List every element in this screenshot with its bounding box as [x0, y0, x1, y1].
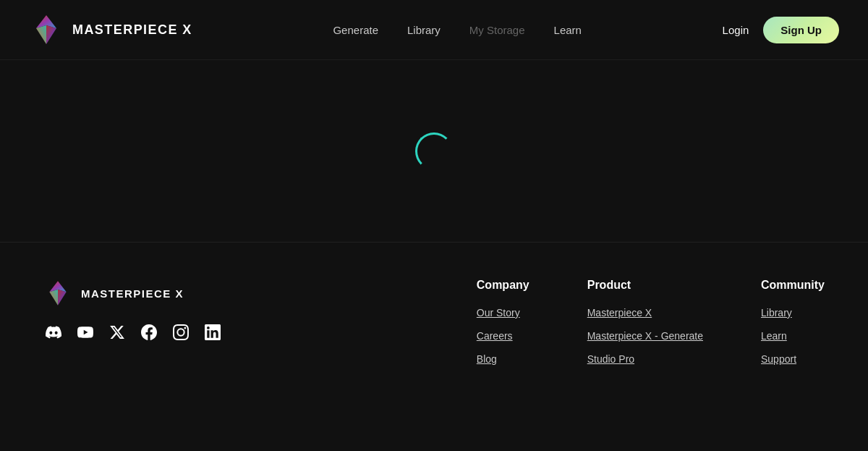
list-item: Support: [761, 353, 825, 366]
footer-community-links: Library Learn Support: [761, 306, 825, 366]
list-item: Careers: [477, 329, 529, 342]
header: MASTERPIECE X Generate Library My Storag…: [0, 0, 868, 60]
footer-company-heading: Company: [477, 279, 529, 292]
list-item: Our Story: [477, 306, 529, 319]
footer-link-masterpiece-x[interactable]: Masterpiece X: [587, 307, 652, 319]
facebook-icon[interactable]: [139, 322, 159, 342]
footer-columns: Company Our Story Careers Blog Product M…: [281, 279, 825, 366]
twitter-icon[interactable]: [107, 322, 127, 342]
header-actions: Login Sign Up: [723, 17, 839, 43]
list-item: Masterpiece X - Generate: [587, 329, 703, 342]
list-item: Blog: [477, 353, 529, 366]
header-brand: MASTERPIECE X: [29, 12, 192, 47]
footer-link-blog[interactable]: Blog: [477, 353, 497, 365]
footer-link-library[interactable]: Library: [761, 307, 792, 319]
footer-link-support[interactable]: Support: [761, 353, 796, 365]
list-item: Library: [761, 306, 825, 319]
footer-product-links: Masterpiece X Masterpiece X - Generate S…: [587, 306, 703, 366]
footer-community-heading: Community: [761, 279, 825, 292]
instagram-icon[interactable]: [171, 322, 191, 342]
discord-icon[interactable]: [43, 322, 64, 342]
footer-logo-icon: [43, 279, 72, 308]
footer-link-studio-pro[interactable]: Studio Pro: [587, 353, 634, 365]
footer: MASTERPIECE X: [0, 243, 868, 395]
list-item: Studio Pro: [587, 353, 703, 366]
footer-company-col: Company Our Story Careers Blog: [477, 279, 529, 366]
footer-community-col: Community Library Learn Support: [761, 279, 825, 366]
footer-link-careers[interactable]: Careers: [477, 330, 513, 342]
nav-library[interactable]: Library: [407, 24, 441, 36]
footer-logo-row: MASTERPIECE X: [43, 279, 223, 308]
footer-company-links: Our Story Careers Blog: [477, 306, 529, 366]
masterpiece-x-logo-icon: [29, 12, 64, 47]
main-content: [0, 60, 868, 243]
youtube-icon[interactable]: [75, 322, 95, 342]
footer-link-learn[interactable]: Learn: [761, 330, 787, 342]
footer-product-heading: Product: [587, 279, 703, 292]
signup-button[interactable]: Sign Up: [763, 17, 839, 43]
linkedin-icon[interactable]: [203, 322, 223, 342]
nav-generate[interactable]: Generate: [333, 24, 378, 36]
footer-brand-name: MASTERPIECE X: [81, 287, 184, 300]
login-button[interactable]: Login: [723, 24, 749, 36]
social-icons: [43, 322, 223, 342]
nav-my-storage[interactable]: My Storage: [469, 24, 525, 36]
brand-name: MASTERPIECE X: [72, 22, 192, 38]
list-item: Masterpiece X: [587, 306, 703, 319]
loading-spinner: [415, 132, 453, 170]
main-nav: Generate Library My Storage Learn: [333, 24, 581, 36]
footer-brand: MASTERPIECE X: [43, 279, 223, 366]
footer-product-col: Product Masterpiece X Masterpiece X - Ge…: [587, 279, 703, 366]
list-item: Learn: [761, 329, 825, 342]
footer-link-our-story[interactable]: Our Story: [477, 307, 520, 319]
footer-link-masterpiece-x-generate[interactable]: Masterpiece X - Generate: [587, 330, 703, 342]
nav-learn[interactable]: Learn: [554, 24, 582, 36]
footer-inner: MASTERPIECE X: [43, 279, 825, 366]
